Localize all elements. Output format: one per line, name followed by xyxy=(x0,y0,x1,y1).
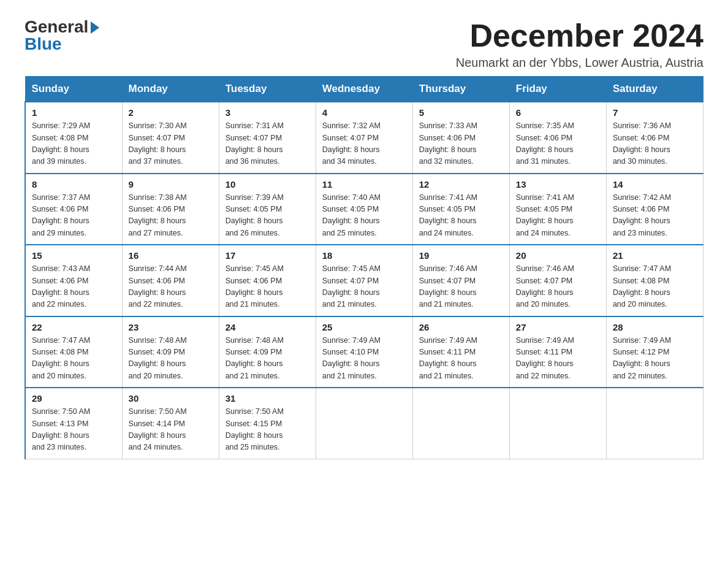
logo-arrow-icon xyxy=(91,21,99,34)
day-info: Sunrise: 7:49 AM Sunset: 4:11 PM Dayligh… xyxy=(419,335,503,383)
day-number: 25 xyxy=(322,322,406,332)
day-cell: 1Sunrise: 7:29 AM Sunset: 4:08 PM Daylig… xyxy=(25,102,122,174)
day-cell: 14Sunrise: 7:42 AM Sunset: 4:06 PM Dayli… xyxy=(606,174,703,245)
day-info: Sunrise: 7:40 AM Sunset: 4:05 PM Dayligh… xyxy=(322,192,406,240)
day-number: 30 xyxy=(129,393,213,404)
day-info: Sunrise: 7:35 AM Sunset: 4:06 PM Dayligh… xyxy=(516,120,600,168)
header-cell-friday: Friday xyxy=(509,77,606,102)
day-number: 10 xyxy=(226,179,309,190)
day-number: 8 xyxy=(32,179,116,190)
day-number: 1 xyxy=(32,107,116,118)
day-number: 27 xyxy=(516,322,600,332)
logo: General Blue xyxy=(25,18,99,53)
day-info: Sunrise: 7:50 AM Sunset: 4:13 PM Dayligh… xyxy=(32,406,116,454)
day-cell: 11Sunrise: 7:40 AM Sunset: 4:05 PM Dayli… xyxy=(316,174,412,245)
day-cell: 7Sunrise: 7:36 AM Sunset: 4:06 PM Daylig… xyxy=(606,102,703,174)
day-info: Sunrise: 7:50 AM Sunset: 4:14 PM Dayligh… xyxy=(129,406,213,454)
day-cell: 25Sunrise: 7:49 AM Sunset: 4:10 PM Dayli… xyxy=(316,316,412,388)
day-number: 3 xyxy=(226,107,309,118)
day-info: Sunrise: 7:31 AM Sunset: 4:07 PM Dayligh… xyxy=(226,120,309,168)
day-number: 4 xyxy=(322,107,406,118)
month-title: December 2024 xyxy=(456,18,703,53)
day-cell xyxy=(606,388,703,459)
day-number: 22 xyxy=(32,322,116,332)
day-cell: 31Sunrise: 7:50 AM Sunset: 4:15 PM Dayli… xyxy=(219,388,316,459)
header-cell-sunday: Sunday xyxy=(25,77,122,102)
day-info: Sunrise: 7:45 AM Sunset: 4:07 PM Dayligh… xyxy=(322,263,406,311)
week-row-4: 22Sunrise: 7:47 AM Sunset: 4:08 PM Dayli… xyxy=(25,316,703,388)
day-info: Sunrise: 7:46 AM Sunset: 4:07 PM Dayligh… xyxy=(419,263,503,311)
day-number: 19 xyxy=(419,250,503,261)
day-cell: 6Sunrise: 7:35 AM Sunset: 4:06 PM Daylig… xyxy=(509,102,606,174)
day-number: 13 xyxy=(516,179,600,190)
day-number: 6 xyxy=(516,107,600,118)
day-cell: 8Sunrise: 7:37 AM Sunset: 4:06 PM Daylig… xyxy=(25,174,122,245)
day-number: 31 xyxy=(226,393,309,404)
day-number: 9 xyxy=(129,179,213,190)
logo-blue-text: Blue xyxy=(25,36,62,53)
header-cell-tuesday: Tuesday xyxy=(219,77,316,102)
day-cell: 16Sunrise: 7:44 AM Sunset: 4:06 PM Dayli… xyxy=(122,245,219,316)
header-cell-thursday: Thursday xyxy=(412,77,509,102)
week-row-2: 8Sunrise: 7:37 AM Sunset: 4:06 PM Daylig… xyxy=(25,174,703,245)
day-info: Sunrise: 7:37 AM Sunset: 4:06 PM Dayligh… xyxy=(32,192,116,240)
day-cell: 26Sunrise: 7:49 AM Sunset: 4:11 PM Dayli… xyxy=(412,316,509,388)
day-info: Sunrise: 7:39 AM Sunset: 4:05 PM Dayligh… xyxy=(226,192,309,240)
day-cell: 23Sunrise: 7:48 AM Sunset: 4:09 PM Dayli… xyxy=(122,316,219,388)
day-number: 17 xyxy=(226,250,309,261)
day-info: Sunrise: 7:49 AM Sunset: 4:10 PM Dayligh… xyxy=(322,335,406,383)
day-cell: 22Sunrise: 7:47 AM Sunset: 4:08 PM Dayli… xyxy=(25,316,122,388)
day-cell: 4Sunrise: 7:32 AM Sunset: 4:07 PM Daylig… xyxy=(316,102,412,174)
day-info: Sunrise: 7:42 AM Sunset: 4:06 PM Dayligh… xyxy=(613,192,697,240)
day-number: 5 xyxy=(419,107,503,118)
calendar-table: SundayMondayTuesdayWednesdayThursdayFrid… xyxy=(25,76,703,459)
day-info: Sunrise: 7:48 AM Sunset: 4:09 PM Dayligh… xyxy=(226,335,309,383)
logo-general-text: General xyxy=(25,18,88,36)
day-cell: 3Sunrise: 7:31 AM Sunset: 4:07 PM Daylig… xyxy=(219,102,316,174)
location-subtitle: Neumarkt an der Ybbs, Lower Austria, Aus… xyxy=(456,56,703,70)
day-info: Sunrise: 7:49 AM Sunset: 4:12 PM Dayligh… xyxy=(613,335,697,383)
day-cell: 17Sunrise: 7:45 AM Sunset: 4:06 PM Dayli… xyxy=(219,245,316,316)
day-info: Sunrise: 7:32 AM Sunset: 4:07 PM Dayligh… xyxy=(322,120,406,168)
day-number: 16 xyxy=(129,250,213,261)
day-number: 21 xyxy=(613,250,697,261)
day-number: 29 xyxy=(32,393,116,404)
day-info: Sunrise: 7:43 AM Sunset: 4:06 PM Dayligh… xyxy=(32,263,116,311)
day-info: Sunrise: 7:36 AM Sunset: 4:06 PM Dayligh… xyxy=(613,120,697,168)
day-info: Sunrise: 7:44 AM Sunset: 4:06 PM Dayligh… xyxy=(129,263,213,311)
day-cell: 28Sunrise: 7:49 AM Sunset: 4:12 PM Dayli… xyxy=(606,316,703,388)
header-row: SundayMondayTuesdayWednesdayThursdayFrid… xyxy=(25,77,703,102)
day-info: Sunrise: 7:47 AM Sunset: 4:08 PM Dayligh… xyxy=(613,263,697,311)
page-header: General Blue December 2024 Neumarkt an d… xyxy=(25,18,703,70)
day-number: 11 xyxy=(322,179,406,190)
day-number: 24 xyxy=(226,322,309,332)
day-cell: 12Sunrise: 7:41 AM Sunset: 4:05 PM Dayli… xyxy=(412,174,509,245)
day-info: Sunrise: 7:33 AM Sunset: 4:06 PM Dayligh… xyxy=(419,120,503,168)
day-cell: 9Sunrise: 7:38 AM Sunset: 4:06 PM Daylig… xyxy=(122,174,219,245)
day-cell: 30Sunrise: 7:50 AM Sunset: 4:14 PM Dayli… xyxy=(122,388,219,459)
day-number: 2 xyxy=(129,107,213,118)
day-info: Sunrise: 7:41 AM Sunset: 4:05 PM Dayligh… xyxy=(419,192,503,240)
day-cell: 24Sunrise: 7:48 AM Sunset: 4:09 PM Dayli… xyxy=(219,316,316,388)
day-cell: 13Sunrise: 7:41 AM Sunset: 4:05 PM Dayli… xyxy=(509,174,606,245)
week-row-5: 29Sunrise: 7:50 AM Sunset: 4:13 PM Dayli… xyxy=(25,388,703,459)
day-number: 14 xyxy=(613,179,697,190)
title-area: December 2024 Neumarkt an der Ybbs, Lowe… xyxy=(456,18,703,70)
day-cell: 5Sunrise: 7:33 AM Sunset: 4:06 PM Daylig… xyxy=(412,102,509,174)
day-info: Sunrise: 7:50 AM Sunset: 4:15 PM Dayligh… xyxy=(226,406,309,454)
day-number: 7 xyxy=(613,107,697,118)
day-cell: 19Sunrise: 7:46 AM Sunset: 4:07 PM Dayli… xyxy=(412,245,509,316)
day-number: 18 xyxy=(322,250,406,261)
day-info: Sunrise: 7:49 AM Sunset: 4:11 PM Dayligh… xyxy=(516,335,600,383)
day-cell: 10Sunrise: 7:39 AM Sunset: 4:05 PM Dayli… xyxy=(219,174,316,245)
day-info: Sunrise: 7:48 AM Sunset: 4:09 PM Dayligh… xyxy=(129,335,213,383)
day-number: 26 xyxy=(419,322,503,332)
day-info: Sunrise: 7:29 AM Sunset: 4:08 PM Dayligh… xyxy=(32,120,116,168)
day-cell: 15Sunrise: 7:43 AM Sunset: 4:06 PM Dayli… xyxy=(25,245,122,316)
day-cell: 20Sunrise: 7:46 AM Sunset: 4:07 PM Dayli… xyxy=(509,245,606,316)
day-info: Sunrise: 7:47 AM Sunset: 4:08 PM Dayligh… xyxy=(32,335,116,383)
day-cell: 27Sunrise: 7:49 AM Sunset: 4:11 PM Dayli… xyxy=(509,316,606,388)
day-number: 28 xyxy=(613,322,697,332)
day-number: 15 xyxy=(32,250,116,261)
day-cell xyxy=(316,388,412,459)
